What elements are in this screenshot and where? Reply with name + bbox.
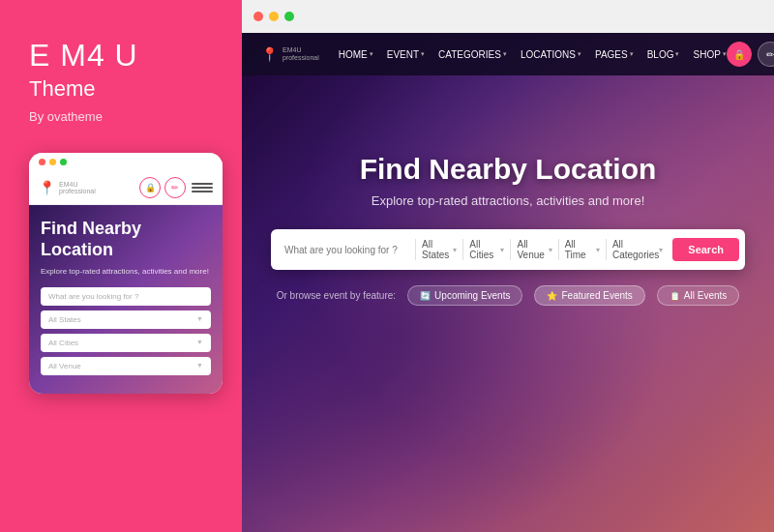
desktop-search-bar: All States ▾ All Cities ▾ All Venue ▾ Al… <box>271 229 745 270</box>
nav-item-home-caret: ▾ <box>370 50 373 58</box>
mobile-edit-btn[interactable]: ✏ <box>164 177 186 198</box>
browser-content: 📍 EM4U professional HOME ▾ EVENT ▾ CATEG… <box>242 33 774 532</box>
nav-item-pages[interactable]: PAGES ▾ <box>595 49 634 60</box>
mobile-menu-btn[interactable] <box>192 177 213 198</box>
nav-item-pages-caret: ▾ <box>630 50 634 58</box>
all-events-btn[interactable]: 📋 All Events <box>657 285 739 306</box>
browser-dot-yellow <box>269 12 279 21</box>
desktop-hero-title: Find Nearby Location <box>360 153 657 186</box>
left-panel: E M4 U Theme By ovatheme 📍 EM4U professi… <box>0 0 242 532</box>
mobile-logo-pin-icon: 📍 <box>39 180 55 195</box>
all-events-icon: 📋 <box>670 291 680 301</box>
brand-title: E M4 U <box>29 39 138 73</box>
mobile-hero-title: Find Nearby Location <box>41 219 211 260</box>
desktop-logo-pin-icon: 📍 <box>261 46 278 62</box>
nav-item-categories[interactable]: CATEGORIES ▾ <box>438 49 507 60</box>
desktop-logo: 📍 EM4U professional <box>261 46 319 62</box>
brand-subtitle: Theme <box>29 76 95 102</box>
mobile-mockup: 📍 EM4U professional 🔒 ✏ Find Nearby Loca… <box>29 153 223 393</box>
nav-item-locations[interactable]: LOCATIONS ▾ <box>521 49 581 60</box>
mobile-hero: Find Nearby Location Explore top-rated a… <box>29 205 223 393</box>
time-caret: ▾ <box>596 246 600 254</box>
browse-feature-section: Or browse event by feature: 🔄 Upcoming E… <box>277 285 740 306</box>
desktop-venue-select[interactable]: All Venue ▾ <box>511 239 557 260</box>
desktop-time-select[interactable]: All Time ▾ <box>559 239 606 260</box>
browse-label: Or browse event by feature: <box>277 290 396 301</box>
mobile-dropdown-states-arrow: ▼ <box>196 315 203 324</box>
mobile-dropdown-venue[interactable]: All Venue ▼ <box>41 357 211 375</box>
mobile-hero-subtitle: Explore top-rated attractions, activitie… <box>41 266 211 277</box>
desktop-hero-content: Find Nearby Location Explore top-rated a… <box>242 75 774 306</box>
desktop-states-select[interactable]: All States ▾ <box>416 239 462 260</box>
nav-item-blog-caret: ▾ <box>675 50 679 58</box>
mobile-top-bar <box>29 153 223 171</box>
nav-item-home[interactable]: HOME ▾ <box>339 49 373 60</box>
mobile-dot-red <box>39 159 45 165</box>
desktop-edit-btn[interactable]: ✏ <box>758 42 774 67</box>
mobile-dropdown-cities[interactable]: All Cities ▼ <box>41 334 211 352</box>
cities-caret: ▾ <box>500 246 504 254</box>
desktop-hero-subtitle: Explore top-rated attractions, activitie… <box>372 193 645 208</box>
desktop-search-input[interactable] <box>277 245 415 255</box>
categories-caret: ▾ <box>659 246 663 254</box>
nav-item-categories-caret: ▾ <box>503 50 507 58</box>
featured-events-btn[interactable]: ⭐ Featured Events <box>534 285 644 306</box>
featured-icon: ⭐ <box>547 291 557 301</box>
desktop-nav: 📍 EM4U professional HOME ▾ EVENT ▾ CATEG… <box>242 33 774 75</box>
mobile-dropdown-venue-arrow: ▼ <box>196 362 203 370</box>
mobile-lock-btn[interactable]: 🔒 <box>139 177 161 198</box>
browser-dot-red <box>253 12 263 21</box>
nav-item-blog[interactable]: BLOG ▾ <box>647 49 680 60</box>
browser-dot-green <box>284 12 294 21</box>
mobile-dropdown-states[interactable]: All States ▼ <box>41 310 211 329</box>
nav-item-shop[interactable]: SHOP ▾ <box>693 49 726 60</box>
mobile-nav: 📍 EM4U professional 🔒 ✏ <box>29 171 223 205</box>
nav-item-event-caret: ▾ <box>421 50 425 58</box>
right-panel: 📍 EM4U professional HOME ▾ EVENT ▾ CATEG… <box>242 0 774 532</box>
venue-caret: ▾ <box>549 246 552 254</box>
desktop-lock-btn[interactable]: 🔒 <box>727 42 752 67</box>
mobile-dot-green <box>60 159 67 165</box>
nav-item-locations-caret: ▾ <box>578 50 581 58</box>
browser-chrome <box>242 0 774 33</box>
mobile-nav-icons: 🔒 ✏ <box>139 177 213 198</box>
desktop-categories-select[interactable]: All Categories ▾ <box>607 239 669 260</box>
brand-by: By ovatheme <box>29 109 103 124</box>
desktop-search-button[interactable]: Search <box>672 238 739 261</box>
mobile-dot-yellow <box>49 159 56 165</box>
mobile-search-input[interactable]: What are you looking for ? <box>41 287 211 306</box>
states-caret: ▾ <box>453 246 457 254</box>
desktop-nav-links: HOME ▾ EVENT ▾ CATEGORIES ▾ LOCATIONS ▾ … <box>339 49 727 60</box>
nav-item-event[interactable]: EVENT ▾ <box>387 49 425 60</box>
upcoming-icon: 🔄 <box>420 291 431 301</box>
desktop-nav-actions: 🔒 ✏ <box>727 42 774 67</box>
mobile-dropdown-cities-arrow: ▼ <box>196 339 203 347</box>
mobile-logo: 📍 EM4U professional <box>39 180 139 195</box>
desktop-cities-select[interactable]: All Cities ▾ <box>463 239 510 260</box>
upcoming-events-btn[interactable]: 🔄 Upcoming Events <box>407 285 522 306</box>
